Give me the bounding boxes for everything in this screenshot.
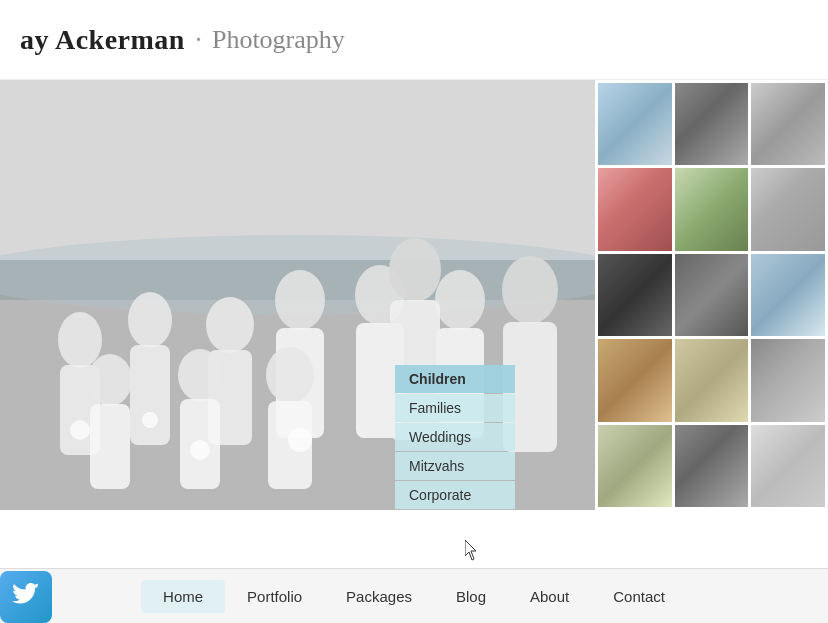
svg-point-11 bbox=[275, 270, 325, 330]
svg-point-9 bbox=[206, 297, 254, 353]
svg-point-7 bbox=[128, 292, 172, 348]
thumbnail[interactable] bbox=[675, 339, 749, 421]
site-subtitle: Photography bbox=[212, 25, 345, 55]
svg-point-30 bbox=[288, 428, 312, 452]
thumbnail[interactable] bbox=[598, 254, 672, 336]
svg-rect-8 bbox=[130, 345, 170, 445]
dropdown-weddings[interactable]: Weddings bbox=[395, 423, 515, 451]
dropdown-children[interactable]: Children bbox=[395, 365, 515, 393]
header: ay Ackerman · Photography bbox=[0, 0, 828, 80]
svg-point-19 bbox=[178, 349, 222, 401]
thumbnail[interactable] bbox=[598, 168, 672, 250]
nav-bar: Home Portfolio Packages Blog About Conta… bbox=[0, 568, 828, 623]
main-photo: Children Families Weddings Mitzvahs Corp… bbox=[0, 80, 595, 510]
nav-packages[interactable]: Packages bbox=[324, 580, 434, 613]
nav-about[interactable]: About bbox=[508, 580, 591, 613]
header-separator: · bbox=[195, 24, 202, 56]
svg-rect-18 bbox=[90, 404, 130, 489]
main-area: Children Families Weddings Mitzvahs Corp… bbox=[0, 80, 828, 568]
svg-point-25 bbox=[502, 256, 558, 324]
thumbnail[interactable] bbox=[751, 168, 825, 250]
thumbnail[interactable] bbox=[751, 83, 825, 165]
svg-point-27 bbox=[70, 420, 90, 440]
thumbnail[interactable] bbox=[675, 83, 749, 165]
dropdown-corporate[interactable]: Corporate bbox=[395, 481, 515, 509]
thumbnail[interactable] bbox=[751, 339, 825, 421]
thumbnail[interactable] bbox=[598, 425, 672, 507]
svg-point-23 bbox=[389, 238, 441, 302]
svg-point-5 bbox=[58, 312, 102, 368]
portfolio-dropdown: Children Families Weddings Mitzvahs Corp… bbox=[395, 365, 515, 510]
twitter-icon[interactable] bbox=[0, 571, 52, 623]
svg-point-28 bbox=[190, 440, 210, 460]
thumbnail-grid bbox=[595, 80, 828, 510]
svg-point-21 bbox=[266, 347, 314, 403]
nav-contact[interactable]: Contact bbox=[591, 580, 687, 613]
thumbnail[interactable] bbox=[675, 168, 749, 250]
thumbnail[interactable] bbox=[751, 425, 825, 507]
thumbnail[interactable] bbox=[675, 254, 749, 336]
nav-blog[interactable]: Blog bbox=[434, 580, 508, 613]
svg-point-29 bbox=[142, 412, 158, 428]
thumbnail[interactable] bbox=[598, 83, 672, 165]
site-name: ay Ackerman bbox=[20, 24, 185, 56]
thumbnail[interactable] bbox=[751, 254, 825, 336]
thumbnail[interactable] bbox=[598, 339, 672, 421]
nav-home[interactable]: Home bbox=[141, 580, 225, 613]
nav-portfolio[interactable]: Portfolio bbox=[225, 580, 324, 613]
dropdown-families[interactable]: Families bbox=[395, 394, 515, 422]
svg-point-15 bbox=[435, 270, 485, 330]
svg-point-17 bbox=[88, 354, 132, 406]
thumbnail[interactable] bbox=[675, 425, 749, 507]
dropdown-mitzvahs[interactable]: Mitzvahs bbox=[395, 452, 515, 480]
